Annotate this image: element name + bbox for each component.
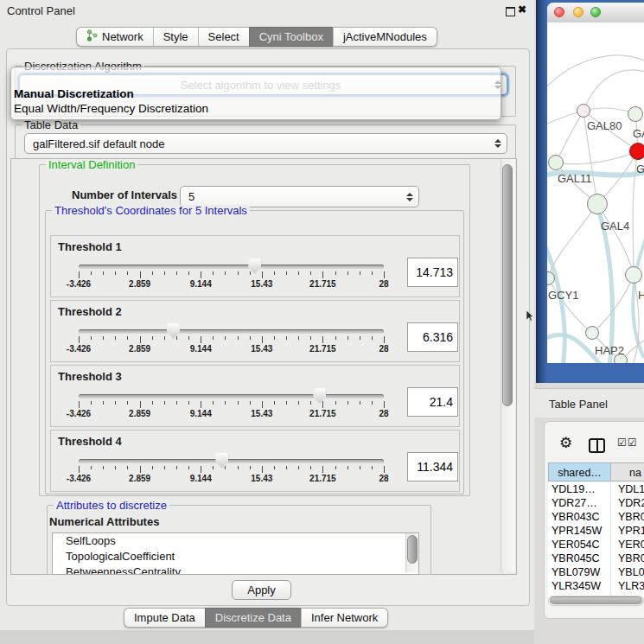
slider-tick [310,271,311,275]
select-columns-icon[interactable]: ☑☑ [617,437,638,449]
numerical-attributes-label: Numerical Attributes [49,515,159,528]
slider-tick [115,271,116,275]
slider-tick [310,466,311,469]
close-traffic-light[interactable] [554,7,564,17]
slider-tick [213,401,214,405]
slider-tick [384,401,385,408]
attribute-item-selfloops[interactable]: SelfLoops [53,533,418,549]
tab-jactivemnodules[interactable]: jActiveMNodules [333,27,437,47]
slider-tick-label: 2.859 [129,474,150,483]
slider-tick [140,401,141,408]
float-panel-icon[interactable] [506,7,515,16]
node-selected-red[interactable] [629,143,644,160]
slider-tick [201,466,201,473]
tab-select[interactable]: Select [198,27,249,47]
slider-tick-label: 9.144 [190,474,212,483]
table-row[interactable]: YBL079WYBL0 [548,565,644,579]
table-data-group-title: Table Data [22,119,80,131]
table-data-combobox-value: galFiltered.sif default node [25,137,494,150]
column-header-name[interactable]: na [611,462,644,481]
slider-track[interactable] [79,394,384,399]
slider-tick-label: 9.144 [190,344,212,354]
control-panel-title: Control Panel [7,4,75,17]
popup-item-equal-width-frequency-discretization[interactable]: Equal Width/Frequency Discretization [14,101,498,116]
slider-tick [164,336,165,340]
slider-tick [322,336,323,343]
slider-track[interactable] [79,329,384,334]
table-row[interactable]: YDR27…YDR2 [548,496,644,510]
threshold-value-field[interactable]: 14.713 [407,258,458,287]
table-row[interactable]: YER054CYER0 [548,538,644,552]
settings-scrollbar-thumb[interactable] [502,164,513,406]
slider-tick-label: 2.859 [129,344,150,354]
node-right-mid[interactable] [625,266,642,284]
table-hscrollbar-thumb[interactable] [550,596,642,604]
columns-icon[interactable] [589,438,605,453]
tab-network[interactable]: Network [76,27,153,47]
slider-handle[interactable] [215,453,228,469]
slider-handle[interactable] [167,323,180,339]
slider-tick-label: 15.43 [251,474,272,483]
slider-tick [384,271,385,278]
zoom-traffic-light[interactable] [590,7,601,17]
slider-tick [103,271,104,275]
screen: Control Panel ✖ NetworkStyleSelectCyni T… [0,0,644,644]
network-canvas[interactable]: GAL80GAGAL11GGAL4GCY1HHAP2 [547,22,644,363]
slider-tick [103,466,104,469]
slider-tick [322,271,323,278]
slider-tick [335,271,336,275]
slider-tick [140,466,141,473]
slider-handle[interactable] [313,388,326,404]
column-header-shared-name[interactable]: shared… [548,462,611,481]
table-cell-name: YDR2 [611,496,644,510]
slider-tick [298,401,299,405]
tab-label: Discretize Data [215,611,291,624]
tab-cyni-toolbox[interactable]: Cyni Toolbox [249,27,333,47]
close-icon[interactable]: ✖ [518,3,526,16]
slider-tick [79,271,80,278]
attribute-item-betweennesscentrality[interactable]: BetweennessCentrality [53,564,418,575]
slider-tick [262,271,263,278]
slider-tick [201,401,201,408]
network-window: GAL80GAGAL11GGAL4GCY1HHAP2 [547,3,644,363]
apply-button[interactable]: Apply [232,580,291,600]
node-gal80[interactable] [577,104,590,118]
node-gal11[interactable] [548,155,564,170]
table-row[interactable]: YBR043CYBR0 [548,510,644,524]
slider-tick [225,466,226,469]
attribute-item-topologicalcoefficient[interactable]: TopologicalCoefficient [53,549,418,564]
table-row[interactable]: YPR145WYPR1 [548,524,644,538]
tab-infer-network[interactable]: Infer Network [301,608,388,628]
network-window-titlebar[interactable] [547,3,644,23]
slider-tick-label: 21.715 [309,279,336,289]
slider-tick [188,336,189,340]
minimize-traffic-light[interactable] [573,7,583,17]
threshold-value-field[interactable]: 6.316 [407,322,458,352]
slider-track[interactable] [79,265,384,269]
threshold-value-field[interactable]: 21.4 [407,387,458,417]
threshold-value-field[interactable]: 11.344 [407,452,458,481]
table-data-combobox[interactable]: galFiltered.sif default node [24,133,507,154]
slider-tick [103,401,104,405]
attributes-scrollbar-thumb[interactable] [407,535,418,564]
tab-impute-data[interactable]: Impute Data [124,608,205,628]
tab-label: jActiveMNodules [343,30,427,43]
table-row[interactable]: YLR345WYLR3 [548,579,644,593]
tab-label: Style [163,30,188,43]
node-hap2[interactable] [585,326,599,340]
popup-item-manual-discretization[interactable]: Manual Discretization [14,86,498,101]
table-row[interactable]: YBR045CYBR0 [548,552,644,565]
node-gal4[interactable] [587,194,608,214]
table-row[interactable]: YDL19…YDL1 [548,482,644,496]
tab-style[interactable]: Style [153,27,198,47]
slider-tick-label: 15.43 [251,409,272,418]
node-top-right[interactable] [628,106,643,122]
slider-tick [127,401,128,405]
gear-icon[interactable]: ⚙ [559,434,572,452]
slider-track[interactable] [79,459,384,463]
tab-discretize-data[interactable]: Discretize Data [205,608,301,628]
slider-tick [225,271,226,275]
table-cell-shared-name: YDL19… [548,482,611,496]
slider-tick [335,466,336,469]
slider-tick [348,336,348,340]
